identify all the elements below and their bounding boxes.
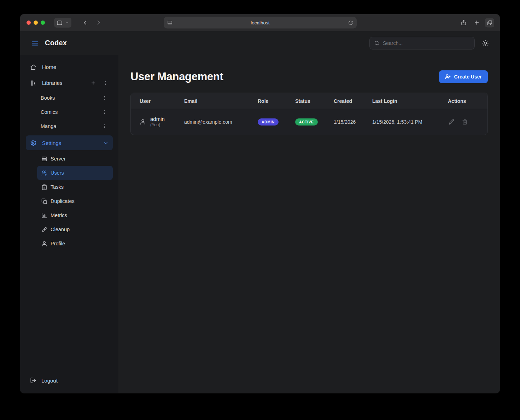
add-library-button[interactable] (90, 80, 97, 86)
sidebar-item-label: Settings (42, 140, 61, 146)
column-header-role: Role (258, 98, 295, 104)
minimize-window-button[interactable] (34, 21, 38, 25)
search-icon (374, 40, 380, 46)
create-user-button[interactable]: Create User (439, 70, 488, 83)
column-header-last-login: Last Login (372, 98, 448, 104)
logout-icon (30, 377, 36, 384)
user-cell: admin (You) (140, 116, 184, 128)
settings-item-label: Users (51, 170, 64, 176)
page-icon (167, 20, 173, 25)
settings-item-label: Tasks (51, 184, 64, 190)
theme-toggle-button[interactable] (482, 40, 489, 47)
settings-item-label: Metrics (51, 212, 67, 218)
column-header-created: Created (334, 98, 372, 104)
clipboard-icon (41, 184, 47, 190)
close-window-button[interactable] (27, 21, 31, 25)
settings-item-label: Duplicates (51, 198, 75, 204)
chevron-down-icon (103, 140, 109, 146)
server-icon (41, 156, 47, 162)
column-header-user: User (140, 98, 184, 104)
library-item-label: Manga (41, 123, 56, 129)
copy-icon (41, 198, 47, 204)
settings-item-label: Profile (51, 241, 65, 246)
sidebar-item-server[interactable]: Server (37, 152, 113, 166)
column-header-status: Status (295, 98, 334, 104)
home-icon (30, 64, 36, 70)
search-box (369, 37, 475, 49)
sidebar-item-users[interactable]: Users (37, 166, 113, 180)
search-input[interactable] (383, 40, 470, 46)
libraries-menu-button[interactable] (102, 80, 109, 86)
page-title: User Management (130, 70, 223, 83)
user-name: admin (150, 116, 165, 122)
user-avatar-icon (140, 119, 146, 125)
chevron-down-icon (65, 21, 69, 25)
books-menu-button[interactable] (101, 95, 108, 101)
status-badge: ACTIVE (295, 118, 318, 126)
library-icon (30, 80, 36, 86)
sidebar-item-settings[interactable]: Settings (26, 135, 113, 150)
share-button[interactable] (459, 18, 468, 28)
library-item-label: Comics (41, 109, 58, 115)
settings-item-label: Server (51, 156, 66, 162)
browser-sidebar-toggle[interactable] (54, 18, 71, 28)
comics-menu-button[interactable] (101, 109, 108, 115)
sidebar-item-duplicates[interactable]: Duplicates (37, 194, 113, 208)
sidebar-item-tasks[interactable]: Tasks (37, 180, 113, 194)
gear-icon (30, 140, 36, 146)
table-row: admin (You) admin@example.com ADMIN ACTI… (131, 109, 487, 135)
traffic-lights (27, 21, 45, 25)
app-title: Codex (45, 39, 67, 47)
sidebar-item-profile[interactable]: Profile (37, 237, 113, 251)
user-last-login: 1/15/2026, 1:53:41 PM (372, 119, 448, 125)
browser-back-button[interactable] (81, 19, 89, 27)
url-bar[interactable]: localhost (164, 17, 357, 29)
sidebar-item-comics[interactable]: Comics (20, 105, 118, 119)
zoom-window-button[interactable] (41, 21, 45, 25)
column-header-email: Email (184, 98, 258, 104)
role-badge: ADMIN (258, 118, 279, 126)
bar-chart-icon (41, 212, 47, 218)
library-item-label: Books (41, 95, 55, 101)
manga-menu-button[interactable] (101, 123, 108, 129)
user-icon (41, 241, 47, 247)
settings-item-label: Cleanup (51, 227, 70, 232)
brush-icon (41, 227, 47, 233)
table-header-row: User Email Role Status Created Last Logi… (131, 93, 487, 109)
user-plus-icon (445, 74, 451, 80)
browser-window: localhost Codex (20, 14, 500, 393)
sidebar-item-libraries[interactable]: Libraries (20, 75, 118, 91)
sidebar-item-cleanup[interactable]: Cleanup (37, 222, 113, 237)
url-text: localhost (173, 20, 348, 25)
browser-forward-button[interactable] (95, 19, 103, 27)
sidebar: Home Libraries Books (20, 55, 118, 393)
browser-toolbar: localhost (20, 14, 500, 31)
new-tab-button[interactable] (472, 18, 481, 28)
menu-toggle-button[interactable] (31, 39, 39, 47)
sidebar-item-metrics[interactable]: Metrics (37, 208, 113, 222)
edit-user-button[interactable] (448, 118, 455, 126)
sidebar-item-manga[interactable]: Manga (20, 119, 118, 133)
create-user-label: Create User (454, 74, 482, 80)
app-header: Codex (20, 31, 500, 55)
logout-label: Logout (41, 378, 58, 384)
tab-overview-button[interactable] (485, 18, 494, 27)
sidebar-item-label: Home (42, 64, 56, 70)
user-note: (You) (150, 122, 165, 128)
users-icon (41, 170, 47, 176)
users-table: User Email Role Status Created Last Logi… (130, 93, 488, 135)
sidebar-item-home[interactable]: Home (20, 59, 118, 75)
logout-button[interactable]: Logout (20, 373, 118, 388)
sidebar-item-books[interactable]: Books (20, 91, 118, 105)
sidebar-item-label: Libraries (42, 80, 63, 86)
column-header-actions: Actions (448, 98, 479, 104)
main-content: User Management Create User User Email R… (118, 55, 500, 393)
refresh-icon[interactable] (348, 20, 353, 25)
user-created-date: 1/15/2026 (334, 119, 372, 125)
delete-user-button[interactable] (461, 118, 468, 126)
sidebar-panel-icon (57, 20, 63, 26)
user-email: admin@example.com (184, 119, 258, 125)
